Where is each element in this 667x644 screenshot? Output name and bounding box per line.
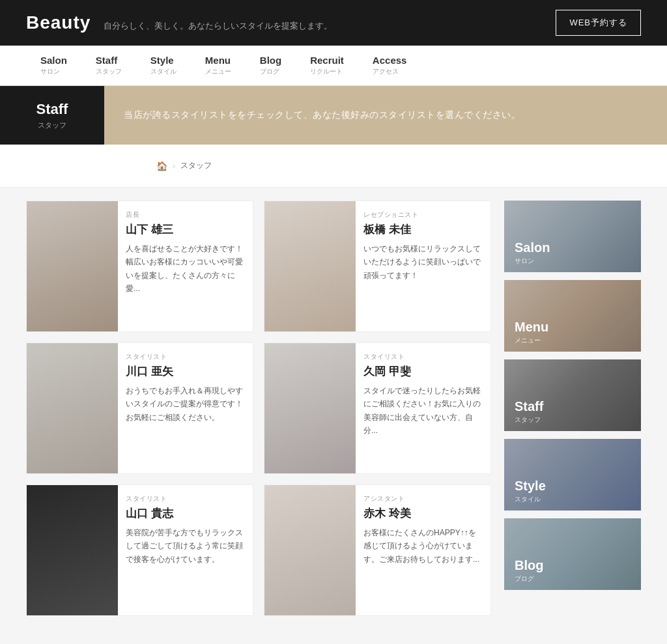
sidebar-link-salon[interactable]: Salon サロン (504, 201, 641, 272)
nav-label-en: Access (373, 55, 407, 66)
sidebar-card-ja: スタイル (515, 495, 546, 504)
staff-info: スタイリスト 川口 亜矢 おうちでもお手入れ＆再現しやすいスタイルのご提案が得意… (118, 343, 253, 473)
nav-label-en: Salon (40, 55, 67, 66)
nav-label-ja: スタイル (150, 67, 177, 76)
staff-photo-placeholder (264, 343, 356, 473)
main-content: 店長 山下 雄三 人を喜ばせることが大好きです！幅広いお客様にカッコいいや可愛い… (0, 188, 667, 642)
staff-photo (27, 343, 118, 473)
staff-photo (264, 201, 356, 331)
staff-card[interactable]: アシスタント 赤木 玲美 お客様にたくさんのHAPPY↑↑を感じて頂けるよう心が… (264, 484, 491, 616)
staff-photo (27, 201, 118, 331)
hero-box: Staff スタッフ (0, 86, 104, 145)
staff-role: レセプショニスト (363, 210, 483, 219)
staff-role: スタイリスト (363, 352, 483, 361)
staff-name: 久岡 甲斐 (363, 364, 483, 379)
site-header: Beauty 自分らしく、美しく。あなたらしいスタイルを提案します。 WEB予約… (0, 0, 667, 46)
staff-role: スタイリスト (126, 494, 245, 503)
sidebar-card-ja: ブログ (515, 574, 543, 583)
nav-label-ja: リクルート (310, 67, 343, 76)
sidebar-card-en: Blog (515, 558, 543, 573)
breadcrumb-current: スタッフ (180, 160, 212, 171)
breadcrumb-home[interactable]: 🏠 (156, 161, 167, 171)
sidebar-link-staff[interactable]: Staff スタッフ (504, 359, 641, 431)
staff-photo (264, 485, 356, 615)
staff-grid-wrap: 店長 山下 雄三 人を喜ばせることが大好きです！幅広いお客様にカッコいいや可愛い… (26, 188, 504, 616)
nav-label-en: Style (150, 55, 174, 66)
nav-item-menu[interactable]: Menuメニュー (191, 46, 246, 85)
breadcrumb-separator: › (173, 161, 175, 171)
nav-label-ja: ブログ (260, 67, 279, 76)
staff-info: スタイリスト 山口 貴志 美容院が苦手な方でもリラックスして過ごして頂けるよう常… (118, 485, 253, 615)
hero-title-en: Staff (36, 101, 68, 118)
breadcrumb-section: 🏠 › スタッフ (0, 145, 667, 188)
sidebar-card-text: Salon サロン (504, 234, 560, 272)
nav-item-blog[interactable]: Blogブログ (246, 46, 296, 85)
staff-info: レセプショニスト 板橋 未佳 いつでもお気様にリラックスしていただけるように笑顔… (356, 201, 490, 331)
breadcrumb: 🏠 › スタッフ (26, 152, 641, 179)
staff-photo-placeholder (27, 485, 118, 615)
sidebar-card-text: Style スタイル (504, 472, 556, 511)
sidebar-card-text: Menu メニュー (504, 313, 559, 352)
staff-desc: おうちでもお手入れ＆再現しやすいスタイルのご提案が得意です！お気軽にご相談くださ… (126, 384, 245, 424)
nav-item-staff[interactable]: Staffスタッフ (81, 46, 136, 85)
sidebar-link-blog[interactable]: Blog ブログ (504, 518, 641, 590)
staff-card[interactable]: 店長 山下 雄三 人を喜ばせることが大好きです！幅広いお客様にカッコいいや可愛い… (26, 201, 253, 332)
staff-photo-placeholder (27, 201, 118, 331)
staff-desc: お客様にたくさんのHAPPY↑↑を感じて頂けるよう心がけています。ご来店お待ちし… (363, 526, 483, 566)
staff-role: 店長 (126, 210, 245, 219)
nav-label-en: Blog (260, 55, 281, 66)
staff-name: 板橋 未佳 (363, 222, 483, 237)
nav-item-style[interactable]: Styleスタイル (136, 46, 191, 85)
staff-info: スタイリスト 久岡 甲斐 スタイルで迷ったりしたらお気軽にご相談ください！お気に… (356, 343, 490, 473)
nav-item-recruit[interactable]: Recruitリクルート (296, 46, 358, 85)
staff-card[interactable]: レセプショニスト 板橋 未佳 いつでもお気様にリラックスしていただけるように笑顔… (264, 201, 491, 332)
site-nav: SalonサロンStaffスタッフStyleスタイルMenuメニューBlogブロ… (0, 46, 667, 86)
sidebar-link-menu[interactable]: Menu メニュー (504, 280, 641, 352)
header-left: Beauty 自分らしく、美しく。あなたらしいスタイルを提案します。 (26, 12, 332, 33)
sidebar-card-text: Blog ブログ (504, 552, 554, 590)
sidebar-card-ja: サロン (515, 257, 550, 266)
nav-label-ja: スタッフ (96, 67, 122, 76)
staff-card[interactable]: スタイリスト 川口 亜矢 おうちでもお手入れ＆再現しやすいスタイルのご提案が得意… (26, 343, 253, 474)
nav-label-en: Menu (205, 55, 231, 66)
sidebar-card-en: Style (515, 479, 546, 494)
staff-photo (264, 343, 356, 473)
nav-label-en: Recruit (310, 55, 344, 66)
hero-title-ja: スタッフ (38, 120, 66, 130)
staff-photo-placeholder (27, 343, 118, 473)
site-title: Beauty (26, 12, 91, 33)
staff-desc: いつでもお気様にリラックスしていただけるように笑顔いっぱいで頑張ってます！ (363, 242, 483, 282)
nav-item-access[interactable]: Accessアクセス (358, 46, 421, 85)
staff-info: 店長 山下 雄三 人を喜ばせることが大好きです！幅広いお客様にカッコいいや可愛い… (118, 201, 253, 331)
sidebar: Salon サロン Menu メニュー Staff スタッフ Style スタイ… (504, 201, 641, 616)
staff-role: アシスタント (363, 494, 483, 503)
staff-photo-placeholder (264, 485, 356, 615)
site-tagline: 自分らしく、美しく。あなたらしいスタイルを提案します。 (104, 20, 332, 32)
sidebar-card-ja: スタッフ (515, 415, 543, 425)
sidebar-link-style[interactable]: Style スタイル (504, 439, 641, 511)
staff-name: 赤木 玲美 (363, 506, 483, 521)
staff-photo (27, 485, 118, 615)
nav-label-ja: メニュー (205, 67, 231, 76)
sidebar-card-ja: メニュー (515, 336, 548, 345)
reserve-button[interactable]: WEB予約する (556, 10, 641, 36)
sidebar-card-en: Salon (515, 240, 550, 255)
staff-role: スタイリスト (126, 352, 245, 361)
staff-photo-placeholder (264, 201, 356, 331)
staff-info: アシスタント 赤木 玲美 お客様にたくさんのHAPPY↑↑を感じて頂けるよう心が… (356, 485, 490, 615)
staff-name: 山口 貴志 (126, 506, 245, 521)
staff-card[interactable]: スタイリスト 久岡 甲斐 スタイルで迷ったりしたらお気軽にご相談ください！お気に… (264, 343, 491, 474)
staff-desc: 美容院が苦手な方でもリラックスして過ごして頂けるよう常に笑顔で接客を心がけていま… (126, 526, 245, 566)
nav-label-ja: アクセス (373, 67, 399, 76)
sidebar-card-text: Staff スタッフ (504, 393, 554, 431)
hero-description: 当店が誇るスタイリストををチェックして、あなた後好みのスタイリストを選んでくださ… (104, 109, 540, 121)
nav-item-salon[interactable]: Salonサロン (26, 46, 81, 85)
staff-card[interactable]: スタイリスト 山口 貴志 美容院が苦手な方でもリラックスして過ごして頂けるよう常… (26, 484, 253, 616)
nav-label-ja: サロン (40, 67, 60, 76)
nav-label-en: Staff (96, 55, 117, 66)
sidebar-card-en: Staff (515, 399, 543, 414)
sidebar-card-en: Menu (515, 320, 548, 335)
staff-grid: 店長 山下 雄三 人を喜ばせることが大好きです！幅広いお客様にカッコいいや可愛い… (26, 201, 491, 616)
staff-name: 川口 亜矢 (126, 364, 245, 379)
staff-desc: 人を喜ばせることが大好きです！幅広いお客様にカッコいいや可愛いを提案し、たくさん… (126, 242, 245, 296)
